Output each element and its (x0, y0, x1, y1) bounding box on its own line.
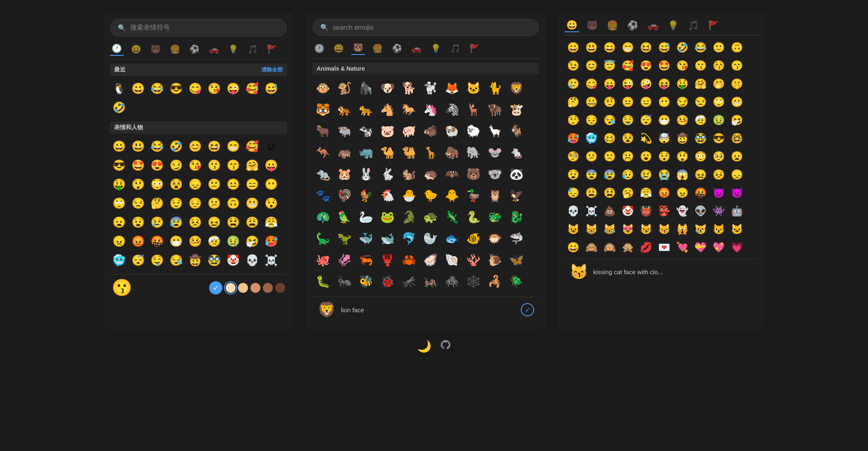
right-emoji-cell[interactable]: 😇 (601, 57, 618, 74)
recent-emoji-cell[interactable]: 😘 (205, 79, 223, 97)
face-emoji-cell[interactable]: 🥵 (262, 232, 280, 250)
face-emoji-cell[interactable]: 😙 (224, 156, 242, 174)
right-emoji-cell[interactable]: 🤧 (728, 112, 746, 129)
right-tab-faces[interactable]: 😀 (565, 19, 579, 32)
face-emoji-cell[interactable]: 😍 (148, 156, 166, 174)
face-emoji-cell[interactable]: 😏 (167, 156, 185, 174)
face-emoji-cell[interactable]: 😣 (186, 213, 204, 231)
right-emoji-cell[interactable]: 😾 (710, 221, 727, 238)
animal-emoji-cell[interactable]: 🦘 (312, 142, 333, 163)
face-emoji-cell[interactable]: 🤒 (186, 232, 204, 250)
animal-emoji-cell[interactable]: 🦆 (463, 185, 484, 206)
mid-tab-symbols[interactable]: 🎵 (448, 43, 462, 54)
recent-emoji-cell[interactable]: 😅 (262, 79, 280, 97)
right-emoji-cell[interactable]: 😫 (601, 184, 618, 202)
right-emoji-cell[interactable]: 🙄 (710, 93, 727, 111)
right-emoji-cell[interactable]: 😀 (565, 39, 582, 56)
animal-emoji-cell[interactable]: 🐀 (312, 164, 333, 184)
middle-search-bar[interactable]: 🔍 search emojis (312, 19, 539, 36)
face-emoji-cell[interactable]: 😬 (243, 194, 261, 212)
right-emoji-cell[interactable]: 💗 (728, 239, 746, 254)
animal-emoji-cell[interactable]: 🐡 (484, 228, 505, 249)
animal-emoji-cell[interactable]: 🦒 (420, 142, 441, 163)
face-emoji-cell[interactable]: 😀 (110, 137, 128, 155)
animal-emoji-cell[interactable]: 🐈 (484, 78, 505, 98)
right-emoji-cell[interactable]: 😜 (619, 75, 637, 93)
left-tab-sports[interactable]: ⚽ (188, 43, 201, 55)
right-tab-travel[interactable]: 🚗 (646, 19, 660, 32)
face-emoji-cell[interactable]: 😳 (148, 175, 166, 193)
face-emoji-cell[interactable]: 😦 (110, 213, 128, 231)
animal-emoji-cell[interactable]: 🐁 (506, 142, 527, 163)
right-emoji-cell[interactable]: 😘 (674, 57, 691, 74)
animal-emoji-cell[interactable]: 🐕 (398, 78, 419, 98)
recent-emoji-cell[interactable]: 😀 (129, 79, 147, 97)
animal-emoji-cell[interactable]: 🦗 (420, 271, 441, 292)
animal-emoji-cell[interactable]: 🦙 (484, 121, 505, 141)
animal-emoji-cell[interactable]: 🦟 (398, 271, 419, 292)
right-emoji-cell[interactable]: 🥴 (601, 130, 618, 147)
right-emoji-cell[interactable]: 😯 (656, 148, 673, 165)
animal-emoji-cell[interactable]: 🐹 (334, 164, 355, 184)
right-emoji-cell[interactable]: 😍 (637, 57, 655, 74)
animal-emoji-cell[interactable]: 🦈 (506, 228, 527, 249)
face-emoji-cell[interactable]: 💀 (243, 251, 261, 269)
right-emoji-cell[interactable]: 🧐 (565, 148, 582, 165)
animal-emoji-cell[interactable]: 🐜 (334, 271, 355, 292)
animal-emoji-cell[interactable]: 🦊 (441, 78, 462, 98)
face-emoji-cell[interactable]: 🤑 (110, 175, 128, 193)
right-emoji-cell[interactable]: 😬 (728, 93, 746, 111)
animal-emoji-cell[interactable]: 🦭 (420, 228, 441, 249)
right-emoji-cell[interactable]: 🤑 (674, 75, 691, 93)
animal-emoji-cell[interactable]: 🐶 (377, 78, 398, 98)
right-emoji-cell[interactable]: 😗 (692, 57, 709, 74)
animal-emoji-cell[interactable]: 🦜 (334, 207, 355, 227)
right-emoji-cell[interactable]: 🥰 (619, 57, 637, 74)
animal-emoji-cell[interactable]: 🐙 (312, 249, 333, 270)
right-emoji-cell[interactable]: 🤥 (565, 112, 582, 129)
face-emoji-cell[interactable]: 😡 (129, 232, 147, 250)
recent-emoji-cell[interactable]: 🐧 (110, 79, 128, 97)
face-emoji-cell[interactable]: 🤠 (186, 251, 204, 269)
right-emoji-cell[interactable]: 😼 (637, 221, 655, 238)
left-tab-animals[interactable]: 🐻 (149, 43, 162, 55)
animal-emoji-cell[interactable]: 🐊 (398, 207, 419, 227)
face-emoji-cell[interactable]: 😘 (186, 156, 204, 174)
animal-emoji-cell[interactable]: 🐵 (312, 78, 333, 98)
face-emoji-cell[interactable]: 😪 (167, 251, 185, 269)
right-emoji-cell[interactable]: 😏 (674, 93, 691, 111)
right-tab-symbols[interactable]: 🎵 (686, 19, 701, 32)
right-emoji-cell[interactable]: 😂 (692, 39, 709, 56)
face-emoji-cell[interactable]: 😌 (167, 194, 185, 212)
right-emoji-cell[interactable]: 🤫 (728, 75, 746, 93)
face-emoji-cell[interactable]: 😯 (262, 194, 280, 212)
recent-emoji-cell[interactable]: 🤣 (110, 98, 128, 116)
right-emoji-cell[interactable]: 🤖 (728, 202, 746, 220)
animal-emoji-cell[interactable]: 🐅 (334, 99, 355, 120)
right-emoji-cell[interactable]: 😩 (583, 184, 600, 202)
face-emoji-cell[interactable]: 😰 (167, 213, 185, 231)
animal-emoji-cell[interactable]: 🐢 (420, 207, 441, 227)
animal-emoji-cell[interactable]: 🐱 (463, 78, 484, 98)
face-emoji-cell[interactable]: 😲 (129, 175, 147, 193)
right-emoji-cell[interactable]: 😳 (692, 148, 709, 165)
right-emoji-cell[interactable]: 🙈 (583, 239, 600, 254)
right-emoji-cell[interactable]: 🥵 (565, 130, 582, 147)
right-emoji-cell[interactable]: 😶 (656, 93, 673, 111)
right-emoji-cell[interactable]: 🤨 (601, 93, 618, 111)
animal-emoji-cell[interactable]: 🐟 (441, 228, 462, 249)
animal-emoji-cell[interactable]: 🐲 (484, 207, 505, 227)
right-emoji-cell[interactable]: 🥶 (583, 130, 600, 147)
animal-emoji-cell[interactable]: 🐉 (506, 207, 527, 227)
mid-tab-objects[interactable]: 💡 (429, 43, 443, 54)
animal-emoji-cell[interactable]: 🐎 (398, 99, 419, 120)
face-emoji-cell[interactable]: 😷 (167, 232, 185, 250)
animal-emoji-cell[interactable]: 🦛 (334, 142, 355, 163)
right-emoji-cell[interactable]: 🥸 (692, 130, 709, 147)
animal-emoji-cell[interactable]: 🦞 (377, 249, 398, 270)
right-emoji-cell[interactable]: 😽 (656, 221, 673, 238)
right-emoji-cell[interactable]: 😰 (601, 166, 618, 183)
animal-emoji-cell[interactable]: 🐾 (312, 185, 333, 206)
face-emoji-cell[interactable]: 😊 (186, 137, 204, 155)
face-emoji-cell[interactable]: 🙁 (205, 175, 223, 193)
